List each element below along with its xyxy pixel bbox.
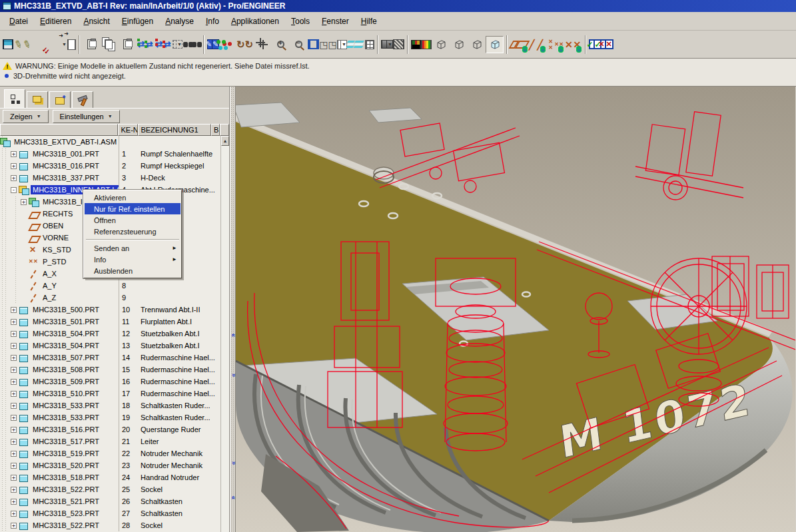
datum-display-button[interactable] [218, 36, 236, 53]
model-tree-row[interactable]: +MHC331B_523.PRT27Schaltkasten [0, 507, 220, 519]
model-tree-row[interactable]: +MHC331B_507.PRT14Rudermaschine Hael... [0, 352, 220, 364]
chevron-down-icon[interactable]: ▼ [342, 42, 346, 47]
model-tree-row[interactable]: +MHC331B_500.PRT10Trennwand Abt.I-II [0, 304, 220, 316]
menu-ansicht[interactable]: Ansicht [78, 15, 115, 28]
model-tree-row[interactable]: +MHC331B_519.PRT22Notruder Mechanik [0, 447, 220, 459]
model-tree-row[interactable]: +MHC331B_510.PRT17Rudermaschine Hael... [0, 388, 220, 399]
graphics-area[interactable]: M 1072 [236, 87, 796, 532]
context-menu-item-ausblenden[interactable]: Ausblenden [85, 265, 181, 276]
saved-views-button[interactable]: ▼ [337, 40, 347, 49]
regenerate-button[interactable] [137, 36, 155, 53]
menu-applikationen[interactable]: Applikationen [226, 15, 284, 28]
datum-planes-toggle[interactable] [510, 36, 528, 53]
chevron-down-icon[interactable]: ▼ [177, 42, 182, 47]
open-with-check-button[interactable] [31, 36, 49, 53]
tree-expander[interactable]: + [11, 355, 17, 361]
tree-node-label[interactable]: MHC331B_001.PRT [31, 149, 101, 158]
tree-expander[interactable]: + [11, 391, 17, 397]
zoom-out-button[interactable] [290, 36, 308, 53]
model-tree-row[interactable]: +MHC331B_504.PRT13Stuetzbalken Abt.I [0, 340, 220, 352]
paste-button[interactable] [83, 36, 101, 53]
tree-expander[interactable]: + [11, 175, 17, 181]
model-tree-row[interactable]: +MHC331B_518.PRT24Handrad Notruder [0, 471, 220, 483]
tree-node-label[interactable]: MHC331B_EXTVD_ABT-I.ASM [12, 137, 119, 146]
model-tree-row[interactable]: +MHC331B_520.PRT23Notruder Mechanik [0, 459, 220, 471]
tree-node-label[interactable]: MHC331B_516.PRT [31, 425, 101, 434]
tree-node-label[interactable]: MHC331B_517.PRT [31, 437, 101, 446]
tree-node-label[interactable]: MHC331B_518.PRT [31, 473, 101, 482]
tree-node-label[interactable]: A_Z [41, 293, 58, 302]
menu-fenster[interactable]: Fenster [316, 15, 354, 28]
folder-browser-tab[interactable] [27, 91, 48, 108]
tree-expander[interactable]: + [11, 439, 17, 445]
tree-expander[interactable]: + [11, 151, 17, 157]
tree-node-label[interactable]: MHC331B_504.PRT [31, 341, 101, 350]
model-tree-row[interactable]: +MHC331B_522.PRT25Sockel [0, 483, 220, 495]
tree-expander[interactable]: + [11, 379, 17, 385]
tree-node-label[interactable]: A_X [41, 269, 59, 278]
model-tree-row[interactable]: +MHC331B_509.PRT16Rudermaschine Hael... [0, 376, 220, 388]
model-tree-row[interactable]: +MHC331B_337.PRT3H-Deck [0, 172, 220, 184]
model-tree-row[interactable]: A_Z9 [0, 292, 220, 304]
model-tree-row[interactable]: +MHC331B_533.PRT19Schaltkasten Ruder... [0, 411, 220, 423]
color-grid-button[interactable] [411, 40, 421, 49]
erase-not-displayed-button[interactable] [13, 36, 31, 53]
paste-special-button[interactable] [119, 36, 137, 53]
tree-node-label[interactable]: MHC331B_510.PRT [31, 389, 101, 398]
wireframe-button[interactable] [432, 36, 450, 53]
context-menu-item-senden-an[interactable]: Senden an► [85, 242, 181, 254]
tree-expander[interactable]: + [11, 307, 17, 313]
spin-center-button[interactable] [236, 36, 254, 53]
open-button[interactable]: ▼ [49, 36, 67, 53]
title-bar[interactable]: MHC331B_EXTVD_ABT-I Rev: main/InArbeit/1… [0, 0, 796, 12]
menu-datei[interactable]: Datei [4, 15, 33, 28]
window-close-button[interactable] [600, 39, 611, 49]
no-hidden-button[interactable] [468, 36, 486, 53]
chevron-down-icon[interactable]: ▼ [62, 42, 67, 47]
model-tree-tab[interactable] [4, 89, 25, 108]
model-tree-row[interactable]: +MHC331B_521.PRT26Schaltkasten [0, 495, 220, 507]
model-tree-row[interactable]: +MHC331B_516.PRT20Querstange Ruder [0, 423, 220, 435]
tree-node-label[interactable]: MHC331B_501.PRT [31, 317, 101, 326]
shaded-button[interactable] [486, 36, 504, 53]
zoom-fit-button[interactable] [308, 39, 319, 49]
tree-node-label[interactable]: MHC331B_337.PRT [31, 173, 101, 182]
color-bars-button[interactable] [421, 40, 432, 49]
layers-button[interactable] [347, 36, 365, 53]
hatch-button[interactable] [393, 39, 404, 49]
model-tree-row[interactable]: +MHC331B_504.PRT12Stuetzbalken Abt.I [0, 328, 220, 340]
tree-expander[interactable]: + [11, 367, 17, 373]
context-menu-item-aktivieren[interactable]: Aktivieren [85, 192, 181, 203]
tree-node-label[interactable]: KS_STD [41, 245, 73, 254]
tree-node-label[interactable]: MHC331B_522.PRT [31, 485, 101, 494]
pan-button[interactable] [254, 36, 272, 53]
tree-node-label[interactable]: MHC331B_508.PRT [31, 365, 101, 374]
tree-expander[interactable]: + [11, 499, 17, 505]
tree-expander[interactable]: + [11, 451, 17, 457]
appearance-button[interactable]: ▼ [381, 40, 393, 49]
navigator-splitter[interactable]: « « « « [230, 87, 236, 532]
regenerate-required-button[interactable] [155, 36, 173, 53]
tree-node-label[interactable]: MHC331B_523.PRT [31, 509, 101, 518]
tree-expander[interactable]: + [11, 523, 17, 529]
hidden-line-button[interactable] [450, 36, 468, 53]
tree-node-label[interactable]: P_STD [41, 257, 68, 266]
datum-points-toggle[interactable] [546, 36, 564, 53]
context-menu-item--ffnen[interactable]: Öffnen [85, 214, 181, 226]
new-button[interactable] [67, 39, 76, 50]
tree-expander[interactable]: + [11, 331, 17, 337]
model-tree-row[interactable]: +MHC331B_522.PRT28Sockel [0, 519, 220, 531]
tree-node-label[interactable]: MHC331B_520.PRT [31, 461, 101, 470]
tree-node-label[interactable]: A_Y [41, 281, 59, 290]
chevron-down-icon[interactable]: ▼ [388, 42, 392, 47]
einstellungen-button[interactable]: Einstellungen▼ [53, 110, 120, 123]
tree-expander[interactable]: + [21, 199, 27, 205]
select-box-button[interactable]: ▼ [173, 40, 183, 49]
view-manager-button[interactable] [365, 40, 374, 49]
coord-systems-toggle[interactable] [564, 36, 582, 53]
tree-expander[interactable]: + [11, 163, 17, 169]
scroll-up-button[interactable]: ▲ [221, 136, 229, 146]
menu-hilfe[interactable]: Hilfe [356, 15, 382, 28]
model-tree-row[interactable]: +MHC331B_016.PRT2Rumpf Heckspiegel [0, 160, 220, 172]
model-tree-row[interactable]: +MHC331B_533.PRT18Schaltkasten Ruder... [0, 399, 220, 411]
